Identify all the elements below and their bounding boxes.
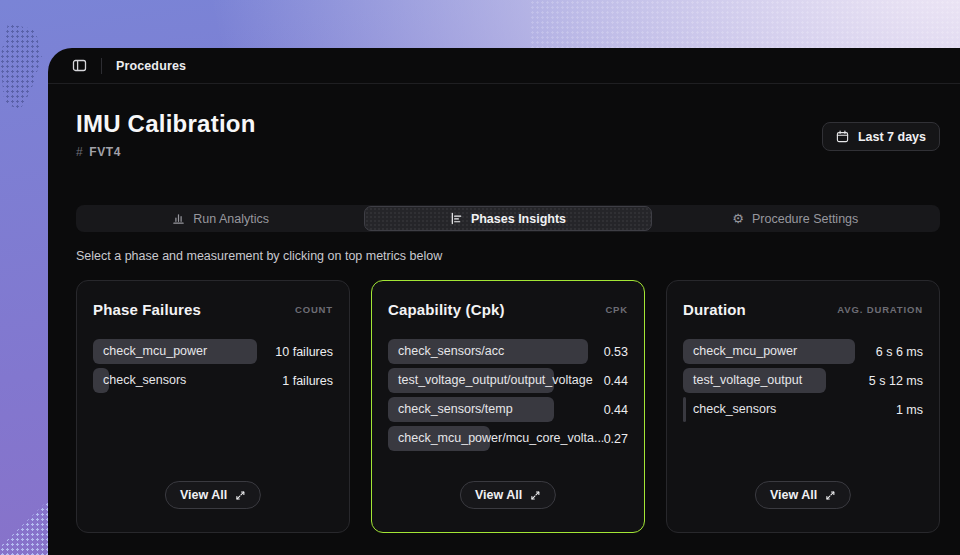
metric-cards: Phase Failures COUNT check_mcu_power 10 … [76,280,940,533]
view-all-label: View All [475,488,522,502]
tab-bar: Run Analytics Phases Insights ⚙ Procedur… [76,205,940,232]
breadcrumb: Procedures [116,59,186,73]
metric-bar [683,397,686,422]
card-unit-label: AVG. DURATION [837,304,923,315]
expand-diagonal-icon [235,490,246,501]
header-divider [101,58,102,74]
dot-texture-top-left [0,24,44,110]
view-all-button[interactable]: View All [460,481,556,509]
metric-value: 0.44 [596,374,628,388]
bar-chart-icon [172,212,185,225]
tab-procedure-settings[interactable]: ⚙ Procedure Settings [652,206,939,231]
expand-diagonal-icon [530,490,541,501]
metric-row[interactable]: test_voltage_output 5 s 12 ms [683,368,923,393]
metric-value: 5 s 12 ms [863,374,923,388]
metric-row[interactable]: test_voltage_output/output_voltage 0.44 [388,368,628,393]
view-all-label: View All [180,488,227,502]
metric-label: check_sensors [103,368,186,393]
metric-row[interactable]: check_mcu_power 6 s 6 ms [683,339,923,364]
metric-label: check_mcu_power/mcu_core_volta... [398,426,604,451]
date-range-button[interactable]: Last 7 days [822,122,940,151]
window-header: Procedures [48,48,960,84]
card-title: Phase Failures [93,301,201,318]
tab-run-analytics[interactable]: Run Analytics [77,206,364,231]
tab-phases-insights[interactable]: Phases Insights [364,206,651,231]
gear-icon: ⚙ [732,212,744,225]
view-all-button[interactable]: View All [755,481,851,509]
metric-value: 0.44 [596,403,628,417]
metric-value: 10 failures [265,345,333,359]
metric-row[interactable]: check_mcu_power/mcu_core_volta... 0.27 [388,426,628,451]
metric-value: 0.53 [596,345,628,359]
metric-label: check_sensors/acc [398,339,504,364]
procedure-tag: # FVT4 [76,145,256,159]
metric-label: check_sensors [693,397,776,422]
expand-diagonal-icon [825,490,836,501]
panel-left-icon [72,58,87,73]
date-range-label: Last 7 days [858,130,926,144]
metric-row[interactable]: check_mcu_power 10 failures [93,339,333,364]
page-title: IMU Calibration [76,110,256,138]
metric-value: 6 s 6 ms [863,345,923,359]
hash-icon: # [76,145,83,159]
metric-label: check_mcu_power [103,339,207,364]
metric-value: 1 failures [265,374,333,388]
card-title: Capability (Cpk) [388,301,505,318]
card-title: Duration [683,301,746,318]
metric-row[interactable]: check_sensors 1 failures [93,368,333,393]
dot-texture-top-right [530,0,960,48]
horizontal-bar-chart-icon [450,212,463,225]
metric-row[interactable]: check_sensors 1 ms [683,397,923,422]
card-unit-label: COUNT [295,304,333,315]
metric-label: test_voltage_output [693,368,802,393]
card-duration: Duration AVG. DURATION check_mcu_power 6… [666,280,940,533]
hint-text: Select a phase and measurement by clicki… [76,248,940,264]
view-all-button[interactable]: View All [165,481,261,509]
calendar-icon [836,130,849,143]
sidebar-toggle-button[interactable] [72,58,87,73]
tab-label: Run Analytics [193,212,269,226]
tab-label: Procedure Settings [752,212,858,226]
tab-label: Phases Insights [471,212,566,226]
card-capability-cpk: Capability (Cpk) CPK check_sensors/acc 0… [371,280,645,533]
page-header: IMU Calibration # FVT4 Last 7 days [76,110,940,159]
metric-label: test_voltage_output/output_voltage [398,368,593,393]
metric-value: 1 ms [863,403,923,417]
dot-texture-bottom-left [0,497,48,555]
view-all-label: View All [770,488,817,502]
metric-label: check_mcu_power [693,339,797,364]
card-unit-label: CPK [605,304,628,315]
metric-row[interactable]: check_sensors/temp 0.44 [388,397,628,422]
procedure-tag-label: FVT4 [89,145,121,159]
metric-label: check_sensors/temp [398,397,513,422]
card-phase-failures: Phase Failures COUNT check_mcu_power 10 … [76,280,350,533]
metric-row[interactable]: check_sensors/acc 0.53 [388,339,628,364]
app-window: Procedures IMU Calibration # FVT4 [48,48,960,555]
